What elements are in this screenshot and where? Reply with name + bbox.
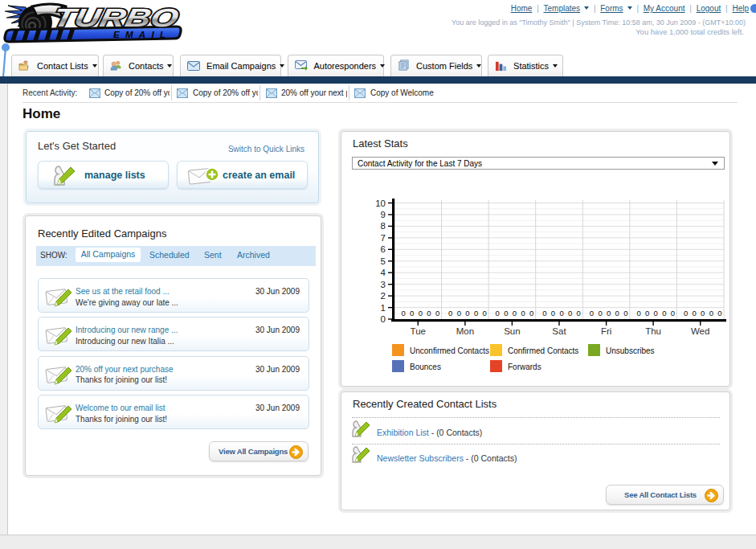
svg-text:2: 2 (381, 291, 386, 301)
svg-text:Sun: Sun (504, 326, 520, 336)
svg-text:1: 1 (381, 303, 386, 313)
svg-text:0: 0 (419, 309, 423, 318)
svg-text:0: 0 (435, 309, 439, 318)
svg-text:Unsubscribes: Unsubscribes (606, 346, 655, 355)
svg-text:0: 0 (671, 309, 675, 318)
svg-text:0: 0 (590, 309, 594, 318)
svg-text:0: 0 (654, 309, 658, 318)
svg-text:0: 0 (684, 309, 688, 318)
svg-text:0: 0 (496, 309, 500, 318)
svg-text:5: 5 (381, 256, 386, 266)
svg-text:Confirmed Contacts: Confirmed Contacts (508, 346, 578, 355)
svg-text:0: 0 (645, 309, 649, 318)
svg-text:Tue: Tue (411, 326, 426, 336)
svg-text:0: 0 (457, 309, 461, 318)
svg-text:0: 0 (513, 309, 517, 318)
svg-text:0: 0 (474, 309, 478, 318)
svg-text:0: 0 (717, 309, 721, 318)
svg-text:8: 8 (381, 221, 386, 231)
svg-text:0: 0 (577, 309, 581, 318)
svg-text:0: 0 (483, 309, 487, 318)
svg-text:0: 0 (448, 309, 452, 318)
svg-text:0: 0 (701, 309, 705, 318)
svg-text:0: 0 (521, 309, 525, 318)
svg-text:TURBO: TURBO (51, 3, 182, 32)
svg-text:Forwards: Forwards (508, 363, 541, 371)
svg-text:Bounces: Bounces (410, 363, 441, 371)
svg-text:6: 6 (381, 244, 386, 254)
svg-text:0: 0 (427, 309, 431, 318)
svg-text:0: 0 (402, 309, 406, 318)
svg-text:0: 0 (636, 309, 640, 318)
svg-text:0: 0 (381, 314, 386, 324)
svg-text:Wed: Wed (691, 326, 709, 336)
svg-text:0: 0 (529, 309, 533, 318)
svg-text:0: 0 (551, 309, 555, 318)
svg-text:Thu: Thu (645, 326, 661, 336)
svg-text:0: 0 (623, 309, 627, 318)
svg-text:Fri: Fri (601, 326, 611, 336)
svg-text:0: 0 (693, 309, 697, 318)
svg-text:Unconfirmed Contacts: Unconfirmed Contacts (410, 346, 489, 355)
svg-text:0: 0 (559, 309, 563, 318)
svg-text:0: 0 (504, 309, 508, 318)
svg-text:0: 0 (709, 309, 713, 318)
svg-text:0: 0 (615, 309, 619, 318)
svg-text:0: 0 (598, 309, 602, 318)
svg-text:9: 9 (381, 210, 386, 219)
svg-text:Sat: Sat (552, 326, 566, 336)
svg-text:4: 4 (381, 268, 386, 277)
svg-text:0: 0 (542, 309, 546, 318)
svg-text:3: 3 (381, 280, 386, 289)
svg-text:Mon: Mon (456, 326, 474, 336)
svg-text:0: 0 (465, 309, 469, 318)
svg-text:10: 10 (375, 199, 386, 208)
svg-text:0: 0 (607, 309, 611, 318)
svg-text:0: 0 (662, 309, 666, 318)
svg-text:0: 0 (568, 309, 572, 318)
svg-text:7: 7 (381, 233, 386, 243)
svg-text:0: 0 (410, 309, 414, 318)
